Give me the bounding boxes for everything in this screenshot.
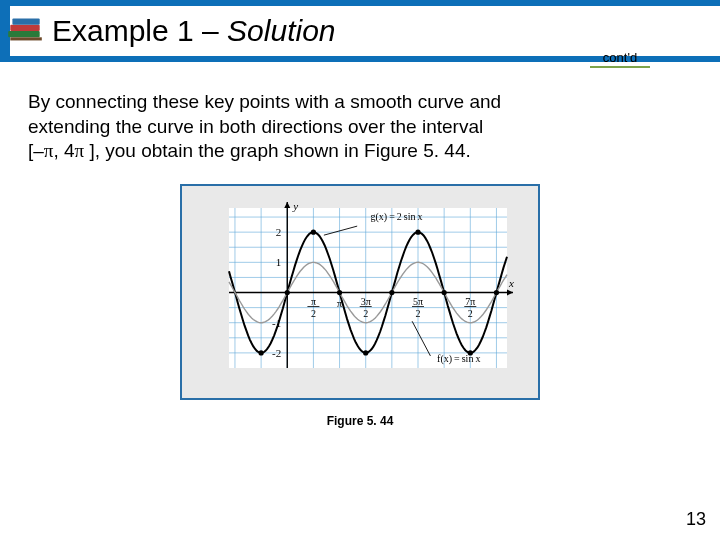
svg-marker-29 <box>284 202 290 208</box>
svg-text:y: y <box>292 200 298 212</box>
svg-text:3π: 3π <box>361 296 371 307</box>
svg-text:-2: -2 <box>272 347 281 359</box>
body-line3a: [– <box>28 140 44 161</box>
contd-underline <box>590 66 650 68</box>
title-italic: Solution <box>227 14 335 47</box>
page-number: 13 <box>686 509 706 530</box>
sine-chart: -2-112π2π3π25π27π2xyg(x) = 2 sin xf(x) =… <box>195 194 525 384</box>
body-line3b: , 4 <box>53 140 74 161</box>
body-line3c: ], you obtain the graph shown in Figure … <box>84 140 471 161</box>
pi-symbol-1: π <box>44 140 54 161</box>
svg-point-54 <box>389 290 394 295</box>
svg-text:2: 2 <box>416 308 421 319</box>
svg-text:7π: 7π <box>465 296 475 307</box>
svg-marker-27 <box>507 290 513 296</box>
svg-text:2: 2 <box>276 226 282 238</box>
svg-text:2: 2 <box>468 308 473 319</box>
contd-label: cont'd <box>590 50 650 68</box>
svg-text:f(x) = sin x: f(x) = sin x <box>437 353 480 365</box>
svg-point-50 <box>285 290 290 295</box>
svg-text:g(x) = 2 sin x: g(x) = 2 sin x <box>370 211 422 223</box>
svg-text:1: 1 <box>276 256 282 268</box>
svg-text:2: 2 <box>363 308 368 319</box>
slide-title: Example 1 – Solution <box>52 14 336 48</box>
chart-box: -2-112π2π3π25π27π2xyg(x) = 2 sin xf(x) =… <box>180 184 540 400</box>
title-plain: Example 1 – <box>52 14 227 47</box>
svg-rect-2 <box>12 18 39 24</box>
header-inner: Example 1 – Solution <box>10 6 720 56</box>
svg-point-51 <box>311 230 316 235</box>
body-paragraph: By connecting these key points with a sm… <box>28 90 688 164</box>
body-line2: extending the curve in both directions o… <box>28 116 483 137</box>
svg-text:π: π <box>311 296 316 307</box>
svg-point-56 <box>442 290 447 295</box>
svg-point-53 <box>363 350 368 355</box>
svg-point-52 <box>337 290 342 295</box>
svg-text:x: x <box>508 277 514 289</box>
svg-point-58 <box>494 290 499 295</box>
svg-rect-0 <box>8 31 40 37</box>
pi-symbol-2: π <box>75 140 85 161</box>
figure-wrap: -2-112π2π3π25π27π2xyg(x) = 2 sin xf(x) =… <box>180 184 540 428</box>
svg-text:5π: 5π <box>413 296 423 307</box>
svg-rect-1 <box>10 25 39 31</box>
body-line1: By connecting these key points with a sm… <box>28 91 501 112</box>
books-icon <box>4 10 46 52</box>
svg-text:2: 2 <box>311 308 316 319</box>
svg-rect-3 <box>10 37 42 40</box>
contd-text: cont'd <box>590 50 650 65</box>
figure-caption: Figure 5. 44 <box>180 414 540 428</box>
svg-point-49 <box>259 350 264 355</box>
svg-point-55 <box>415 230 420 235</box>
